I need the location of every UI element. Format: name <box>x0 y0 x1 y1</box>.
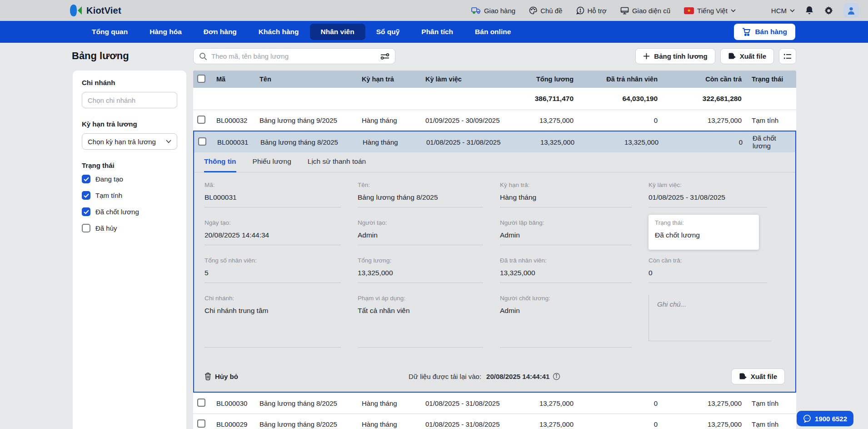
row-checkbox[interactable] <box>197 419 205 428</box>
notifications-bell-icon[interactable] <box>805 5 814 15</box>
cell-con-can-tra: 13,275,000 <box>659 116 743 124</box>
page-title: Bảng lương <box>72 50 129 62</box>
detail-tab-thong-tin[interactable]: Thông tin <box>204 152 236 172</box>
field-ma: Mã: BL000031 <box>205 182 341 207</box>
menu-item-delivery[interactable]: Giao hàng <box>471 7 515 15</box>
cell-ten: Bảng lương tháng 8/2025 <box>259 420 362 428</box>
table-row-selected[interactable]: BL000031 Bảng lương tháng 8/2025 Hàng th… <box>194 131 795 152</box>
tab-don-hang[interactable]: Đơn hàng <box>193 24 248 40</box>
tab-nhan-vien[interactable]: Nhân viên <box>310 24 365 40</box>
tab-so-quy[interactable]: Sổ quỹ <box>365 24 411 40</box>
export-file-icon <box>739 373 747 381</box>
kiotviet-logo[interactable]: KiotViet <box>69 4 121 17</box>
status-badge: Tạm tính <box>743 116 796 124</box>
plus-icon <box>643 53 650 60</box>
field-ngay-tao: Ngày tạo: 20/08/2025 14:44:34 <box>205 219 341 245</box>
col-header-ma[interactable]: Mã <box>216 76 259 83</box>
field-value: 01/08/2025 - 31/08/2025 <box>649 193 767 202</box>
col-header-trang-thai[interactable]: Trạng thái <box>743 76 796 83</box>
support-hotline-button[interactable]: 1900 6522 <box>797 411 853 426</box>
cell-ten: Bảng lương tháng 9/2025 <box>259 116 362 124</box>
table-row[interactable]: BL000029 Bảng lương tháng 8/2025 Hàng th… <box>193 414 796 429</box>
info-icon[interactable] <box>553 373 560 380</box>
cell-ma: BL000031 <box>217 138 260 146</box>
settings-gear-icon[interactable] <box>824 6 833 15</box>
row-checkbox[interactable] <box>197 399 205 407</box>
detail-tab-lich-su[interactable]: Lịch sử thanh toán <box>308 152 366 172</box>
col-header-tong-luong[interactable]: Tổng lương <box>521 76 575 83</box>
user-avatar[interactable] <box>843 3 859 18</box>
field-label: Đã trả nhân viên: <box>500 257 632 264</box>
table-row[interactable]: BL000030 Bảng lương tháng 8/2025 Hàng th… <box>193 393 796 414</box>
export-file-label: Xuất file <box>740 52 766 60</box>
cell-ma: BL000029 <box>216 420 259 428</box>
field-value: Tất cả nhân viên <box>358 307 483 315</box>
chevron-down-icon <box>790 9 795 12</box>
create-payroll-label: Bảng tính lương <box>654 52 707 60</box>
payroll-table: Mã Tên Kỳ hạn trả Kỳ làm việc Tổng lương… <box>193 71 796 429</box>
cell-con-can-tra: 13,275,000 <box>659 399 743 407</box>
export-file-button[interactable]: Xuất file <box>720 48 774 64</box>
row-checkbox[interactable] <box>197 116 205 124</box>
ban-hang-button[interactable]: Bán hàng <box>734 24 795 40</box>
menu-label: Chủ đề <box>540 7 562 15</box>
tab-ban-online[interactable]: Bán online <box>464 24 522 40</box>
branch-selector[interactable]: HCM <box>771 7 795 15</box>
person-icon <box>847 6 856 15</box>
menu-item-old-ui[interactable]: Giao diện cũ <box>620 7 670 15</box>
cell-ky-han-tra: Hàng tháng <box>363 138 426 146</box>
create-payroll-button[interactable]: Bảng tính lương <box>635 48 715 64</box>
table-row[interactable]: BL000032 Bảng lương tháng 9/2025 Hàng th… <box>193 110 796 131</box>
period-filter-select[interactable]: Chọn kỳ hạn trả lương <box>82 133 177 150</box>
detail-export-button[interactable]: Xuất file <box>731 368 785 384</box>
search-input[interactable] <box>211 52 376 60</box>
tab-tong-quan[interactable]: Tổng quan <box>81 24 139 40</box>
field-label: Chi nhánh: <box>205 295 341 302</box>
field-value: Admin <box>358 231 483 239</box>
summary-con-can-tra: 322,681,280 <box>659 95 743 103</box>
column-settings-button[interactable] <box>779 48 796 64</box>
menu-label: Giao hàng <box>484 7 515 15</box>
branch-filter-input[interactable] <box>82 92 177 108</box>
note-field[interactable]: Ghi chú... <box>649 295 771 341</box>
filter-sidebar: Chi nhánh Kỳ hạn trả lương Chọn kỳ hạn t… <box>73 71 186 429</box>
status-option-label: Đang tạo <box>95 175 123 183</box>
chat-bubble-icon <box>803 414 811 423</box>
status-option-label: Đã chốt lương <box>95 208 139 216</box>
col-header-ky-han-tra[interactable]: Kỳ hạn trả <box>362 76 425 83</box>
row-checkbox[interactable] <box>198 137 206 146</box>
status-badge: Tạm tính <box>743 399 796 407</box>
monitor-icon <box>620 7 629 15</box>
cancel-button[interactable]: Hủy bỏ <box>205 373 238 380</box>
tab-khach-hang[interactable]: Khách hàng <box>248 24 310 40</box>
select-all-checkbox[interactable] <box>197 75 205 83</box>
col-header-con-can-tra[interactable]: Còn cần trả <box>659 76 743 83</box>
main-nav: Tổng quan Hàng hóa Đơn hàng Khách hàng N… <box>0 21 868 43</box>
expanded-row-panel: BL000031 Bảng lương tháng 8/2025 Hàng th… <box>193 131 796 393</box>
col-header-da-tra[interactable]: Đã trả nhân viên <box>575 76 659 83</box>
summary-tong-luong: 386,711,470 <box>521 95 575 103</box>
language-selector[interactable]: ★ Tiếng Việt <box>684 7 736 15</box>
field-label: Người chốt lương: <box>500 295 632 302</box>
cell-da-tra: 0 <box>575 399 659 407</box>
field-da-tra-nhan-vien: Đã trả nhân viên: 13,325,000 <box>500 257 632 283</box>
status-option-da-chot-luong[interactable]: Đã chốt lương <box>82 207 177 216</box>
status-option-tam-tinh[interactable]: Tạm tính <box>82 191 177 200</box>
tab-hang-hoa[interactable]: Hàng hóa <box>139 24 193 40</box>
detail-tab-phieu-luong[interactable]: Phiếu lương <box>253 152 291 172</box>
status-option-dang-tao[interactable]: Đang tạo <box>82 175 177 183</box>
status-filter-label: Trạng thái <box>82 162 177 169</box>
palette-icon <box>529 6 537 15</box>
field-value: 20/08/2025 14:44:34 <box>205 231 341 239</box>
tab-phan-tich[interactable]: Phân tích <box>410 24 464 40</box>
cell-ky-han-tra: Hàng tháng <box>362 116 425 124</box>
menu-item-theme[interactable]: Chủ đề <box>529 6 562 15</box>
status-option-da-huy[interactable]: Đã hủy <box>82 224 177 232</box>
menu-item-support[interactable]: Hỗ trợ <box>576 6 607 15</box>
advanced-filter-icon[interactable] <box>380 53 389 60</box>
field-value: 0 <box>649 269 767 277</box>
col-header-ten[interactable]: Tên <box>259 76 362 83</box>
field-value: 13,325,000 <box>500 269 632 277</box>
col-header-ky-lam-viec[interactable]: Kỳ làm việc <box>425 76 521 83</box>
field-label: Kỳ làm việc: <box>649 182 767 188</box>
